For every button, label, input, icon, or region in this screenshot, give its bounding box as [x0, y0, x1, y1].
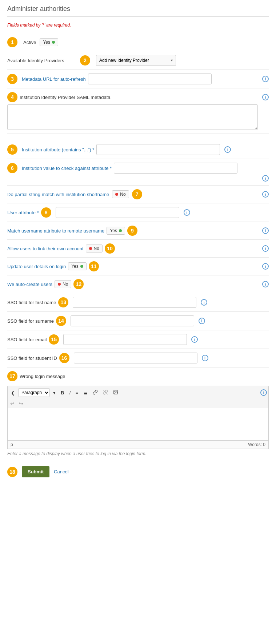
auto-create-info-icon[interactable]: i	[262, 281, 269, 287]
partial-match-toggle[interactable]: No	[112, 190, 129, 198]
wrong-login-info-icon[interactable]: i	[260, 389, 267, 396]
badge-1: 1	[7, 37, 17, 47]
match-username-toggle[interactable]: Yes	[107, 227, 125, 235]
sso-email-input[interactable]	[63, 334, 187, 345]
sso-studentid-input[interactable]	[74, 353, 197, 363]
metadata-url-label: Metadata URL for auto-refresh	[22, 76, 86, 82]
sso-surname-input[interactable]	[71, 315, 194, 326]
match-username-info-icon[interactable]: i	[262, 227, 269, 234]
page-title: Administer authorities	[7, 0, 269, 17]
institution-attr-info-icon[interactable]: i	[224, 146, 231, 153]
sso-studentid-info-icon[interactable]: i	[202, 355, 208, 361]
toolbar-bold-btn[interactable]: B	[59, 389, 66, 397]
wrong-login-top: 17 Wrong login message	[7, 371, 269, 381]
submit-button[interactable]: Submit	[22, 466, 49, 477]
toolbar-ol-btn[interactable]: ≣	[82, 389, 89, 397]
active-value: Yes	[43, 40, 50, 45]
badge-8: 8	[41, 207, 51, 218]
sso-surname-info-icon[interactable]: i	[199, 318, 205, 324]
row-sso-studentid: SSO field for student ID 16 i	[7, 349, 269, 367]
redo-btn[interactable]: ↪	[18, 401, 24, 406]
toolbar-unlink-btn[interactable]	[101, 389, 110, 397]
partial-match-label: Do partial string match with institution…	[7, 192, 109, 197]
badge-4: 4	[7, 92, 17, 102]
editor-content[interactable]	[7, 408, 269, 441]
institution-attr-label: Institution attribute (contains "...") *	[22, 147, 94, 152]
badge-7: 7	[132, 189, 142, 199]
actions-row: 18 Submit Cancel	[7, 460, 269, 477]
allow-link-info-icon[interactable]: i	[262, 245, 269, 252]
editor-words: Words: 0	[248, 442, 265, 447]
row-match-username: Match username attribute to remote usern…	[7, 222, 269, 240]
user-attr-input[interactable]	[56, 207, 179, 218]
sso-firstname-info-icon[interactable]: i	[201, 299, 207, 306]
badge-6: 6	[7, 163, 17, 173]
partial-match-info-icon[interactable]: i	[262, 191, 269, 198]
toolbar-image-btn[interactable]	[111, 389, 120, 397]
row-update-details: Update user details on login Yes 11 i	[7, 258, 269, 275]
badge-15: 15	[49, 334, 59, 345]
idp-select[interactable]: Add new Identity Provider	[96, 55, 176, 66]
sso-firstname-label: SSO field for first name	[7, 300, 56, 305]
idp-label: Available Identity Providers	[7, 58, 76, 63]
badge-16: 16	[59, 353, 69, 363]
badge-13: 13	[58, 297, 68, 307]
toolbar-link-btn[interactable]	[91, 389, 100, 397]
allow-link-label: Allow users to link their own account	[7, 246, 84, 251]
toolbar-italic-btn[interactable]: I	[67, 389, 72, 397]
sso-email-label: SSO field for email	[7, 337, 47, 342]
row-saml: 4 Institution Identity Provider SAML met…	[7, 88, 269, 134]
row-wrong-login: 17 Wrong login message ❮ Paragraph Headi…	[7, 367, 269, 460]
active-dot	[52, 41, 55, 44]
editor-toolbar: ❮ Paragraph Heading 1 Heading 2 Heading …	[7, 386, 269, 399]
institution-value-info-icon[interactable]: i	[262, 175, 269, 182]
required-note: Fields marked by '*' are required.	[7, 23, 269, 28]
update-details-dot	[80, 265, 83, 268]
update-details-label: Update user details on login	[7, 264, 66, 269]
saml-label: Institution Identity Provider SAML metad…	[20, 95, 111, 100]
badge-5: 5	[7, 144, 17, 155]
metadata-url-info-icon[interactable]: i	[262, 76, 269, 82]
badge-11: 11	[89, 261, 99, 271]
saml-info-icon[interactable]: i	[262, 94, 269, 100]
auto-create-dot	[58, 283, 61, 286]
match-username-dot	[119, 229, 122, 232]
row-institution-value: 6 Institution value to check against att…	[7, 159, 269, 186]
metadata-url-input[interactable]	[88, 73, 212, 84]
allow-link-toggle[interactable]: No	[86, 245, 103, 253]
toolbar-chevron[interactable]: ❮	[9, 389, 17, 397]
auto-create-toggle[interactable]: No	[55, 280, 71, 288]
institution-value-input[interactable]	[114, 163, 237, 174]
update-details-toggle[interactable]: Yes	[68, 262, 87, 270]
undo-btn[interactable]: ↩	[9, 401, 16, 406]
toolbar-ul-btn[interactable]: ≡	[74, 389, 80, 397]
sso-firstname-input[interactable]	[73, 297, 196, 308]
row-sso-surname: SSO field for surname 14 i	[7, 312, 269, 330]
allow-link-dot	[89, 247, 92, 250]
auto-create-value: No	[63, 282, 68, 287]
cancel-link[interactable]: Cancel	[54, 469, 68, 474]
active-label: Active	[23, 40, 36, 45]
badge-12: 12	[73, 279, 84, 289]
row-sso-firstname: SSO field for first name 13 i	[7, 293, 269, 312]
toolbar-chevron-down[interactable]: ▾	[51, 389, 57, 397]
row-metadata-url: 3 Metadata URL for auto-refresh i	[7, 70, 269, 88]
saml-top-row: 4 Institution Identity Provider SAML met…	[7, 92, 269, 102]
user-attr-info-icon[interactable]: i	[184, 209, 190, 216]
active-toggle[interactable]: Yes	[40, 38, 58, 46]
toolbar-paragraph-select[interactable]: Paragraph Heading 1 Heading 2 Heading 3	[18, 388, 50, 397]
institution-attr-input[interactable]	[96, 144, 220, 155]
row-active: 1 Active Yes	[7, 33, 269, 51]
saml-textarea[interactable]	[7, 104, 258, 130]
badge-17: 17	[7, 371, 17, 381]
spacer-1	[7, 134, 269, 140]
allow-link-value: No	[94, 246, 99, 251]
sso-email-info-icon[interactable]: i	[191, 336, 198, 343]
update-details-info-icon[interactable]: i	[262, 263, 269, 270]
page-container: Administer authorities Fields marked by …	[0, 0, 276, 488]
match-username-label: Match username attribute to remote usern…	[7, 228, 104, 234]
row-partial-match: Do partial string match with institution…	[7, 186, 269, 203]
partial-match-value: No	[120, 192, 125, 197]
row-allow-link: Allow users to link their own account No…	[7, 240, 269, 258]
badge-2: 2	[80, 55, 90, 65]
